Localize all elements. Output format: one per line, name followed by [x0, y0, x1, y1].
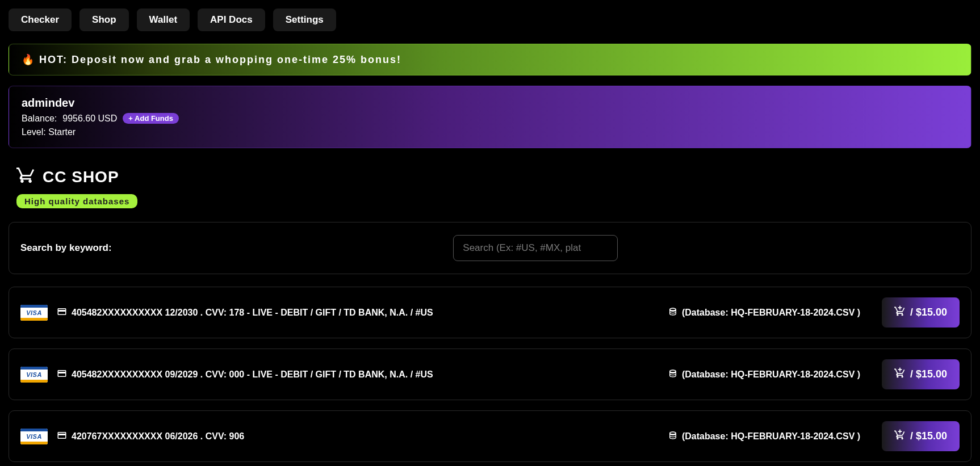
buy-price: / $15.00 — [910, 368, 947, 380]
promo-text: HOT: Deposit now and grab a whopping one… — [39, 54, 401, 65]
nav-tab-checker[interactable]: Checker — [9, 9, 72, 31]
search-input[interactable] — [453, 235, 618, 261]
subtitle-badge: High quality databases — [16, 194, 137, 208]
add-funds-button[interactable]: + Add Funds — [123, 113, 179, 124]
promo-banner: 🔥 HOT: Deposit now and grab a whopping o… — [9, 44, 971, 75]
listing-row: VISA 420767XXXXXXXXXX 06/2026 . CVV: 906… — [9, 410, 971, 462]
nav-tab-wallet[interactable]: Wallet — [137, 9, 190, 31]
card-brand-label: VISA — [26, 433, 42, 440]
database-text: (Database: HQ-FEBRUARY-18-2024.CSV ) — [682, 308, 860, 318]
cart-plus-icon — [894, 429, 906, 443]
cart-icon — [16, 165, 36, 188]
page-title: CC SHOP — [43, 168, 119, 186]
card-brand-badge: VISA — [20, 305, 48, 321]
balance-value: 9956.60 USD — [62, 114, 117, 124]
top-nav: Checker Shop Wallet API Docs Settings — [9, 9, 971, 31]
credit-card-icon — [57, 307, 67, 319]
database-icon — [668, 431, 677, 442]
cart-plus-icon — [894, 367, 906, 381]
card-brand-badge: VISA — [20, 429, 48, 444]
buy-button[interactable]: / $15.00 — [882, 421, 960, 451]
listing-row: VISA 405482XXXXXXXXXX 09/2029 . CVV: 000… — [9, 349, 971, 400]
card-brand-badge: VISA — [20, 367, 48, 383]
buy-price: / $15.00 — [910, 307, 947, 318]
card-detail-text: 405482XXXXXXXXXX 12/2030 . CVV: 178 - LI… — [72, 308, 433, 318]
nav-tab-api-docs[interactable]: API Docs — [198, 9, 265, 31]
credit-card-icon — [57, 368, 67, 381]
user-banner: admindev Balance: 9956.60 USD + Add Fund… — [9, 86, 971, 148]
database-text: (Database: HQ-FEBRUARY-18-2024.CSV ) — [682, 431, 860, 442]
nav-tab-shop[interactable]: Shop — [79, 9, 129, 31]
card-brand-label: VISA — [26, 309, 42, 316]
level-value: Starter — [48, 127, 76, 137]
fire-icon: 🔥 — [22, 54, 35, 65]
cart-plus-icon — [894, 305, 906, 320]
credit-card-icon — [57, 430, 67, 443]
listing-row: VISA 405482XXXXXXXXXX 12/2030 . CVV: 178… — [9, 287, 971, 338]
nav-tab-settings[interactable]: Settings — [273, 9, 336, 31]
buy-button[interactable]: / $15.00 — [882, 359, 960, 389]
database-icon — [668, 369, 677, 380]
listings-container: VISA 405482XXXXXXXXXX 12/2030 . CVV: 178… — [9, 287, 971, 462]
search-label: Search by keyword: — [20, 242, 112, 254]
page-header: CC SHOP High quality databases — [16, 165, 971, 208]
balance-label: Balance: — [22, 114, 57, 124]
card-brand-label: VISA — [26, 371, 42, 378]
database-icon — [668, 307, 677, 318]
buy-price: / $15.00 — [910, 430, 947, 442]
card-detail-text: 405482XXXXXXXXXX 09/2029 . CVV: 000 - LI… — [72, 370, 433, 380]
database-text: (Database: HQ-FEBRUARY-18-2024.CSV ) — [682, 370, 860, 380]
search-panel: Search by keyword: — [9, 222, 971, 274]
username: admindev — [22, 96, 958, 110]
card-detail-text: 420767XXXXXXXXXX 06/2026 . CVV: 906 — [72, 431, 244, 442]
buy-button[interactable]: / $15.00 — [882, 297, 960, 328]
level-label: Level: — [22, 127, 46, 137]
